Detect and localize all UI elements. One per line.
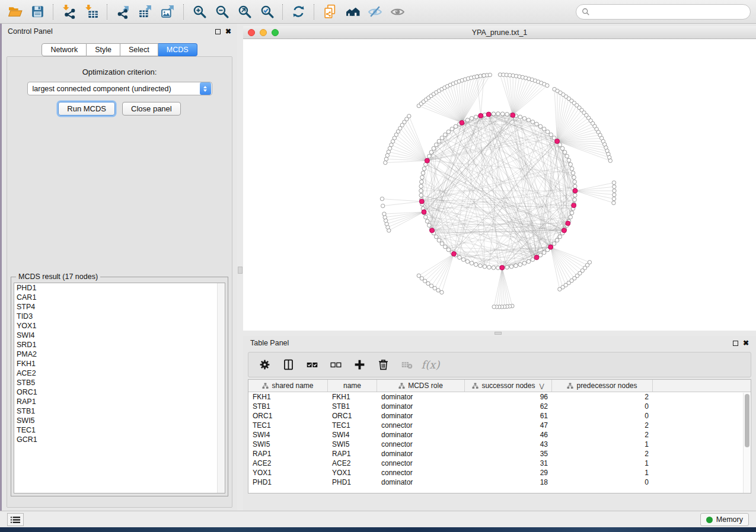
memory-button[interactable]: Memory — [700, 513, 749, 526]
mcds-result-item[interactable]: SWI4 — [14, 331, 225, 340]
mcds-result-item[interactable]: STB5 — [14, 378, 225, 387]
open-file-button[interactable] — [4, 2, 26, 22]
mcds-result-item[interactable]: SRD1 — [14, 340, 225, 350]
tab-network[interactable]: Network — [42, 43, 87, 56]
zoom-in-button[interactable] — [188, 2, 210, 22]
table-row[interactable]: RAP1RAP1dominator352 — [248, 449, 751, 459]
table-row[interactable]: SWI5SWI5connector431 — [248, 440, 751, 449]
mcds-result-item[interactable]: PMA2 — [14, 350, 225, 359]
export-network-button[interactable] — [111, 2, 134, 22]
zoom-fit-button[interactable] — [233, 2, 256, 22]
mcds-result-item[interactable]: ACE2 — [14, 368, 225, 378]
mcds-node[interactable] — [486, 112, 491, 117]
close-panel-icon[interactable]: ✖ — [225, 29, 231, 34]
mcds-node[interactable] — [555, 139, 560, 143]
mcds-node[interactable] — [566, 221, 570, 226]
mcds-node[interactable] — [422, 210, 426, 214]
table-cell: 2 — [552, 450, 653, 458]
save-session-button[interactable] — [26, 2, 49, 22]
save-floppy-icon — [30, 4, 45, 19]
mcds-node[interactable] — [534, 255, 539, 260]
criterion-dropdown[interactable]: largest connected component (undirected) — [27, 82, 212, 95]
vertical-splitter[interactable] — [237, 24, 243, 511]
network-view-canvas[interactable] — [243, 39, 756, 331]
zoom-selected-button[interactable] — [256, 2, 278, 22]
scrollbar-thumb[interactable] — [745, 394, 749, 447]
column-header-mcds-role[interactable]: MCDS role — [377, 380, 465, 392]
column-header-predecessor-nodes[interactable]: predecessor nodes — [552, 380, 653, 392]
mcds-result-item[interactable]: STB1 — [14, 406, 225, 416]
mcds-node[interactable] — [430, 228, 435, 233]
mcds-node[interactable] — [451, 251, 456, 256]
mcds-result-item[interactable]: TEC1 — [14, 425, 225, 435]
horizontal-splitter[interactable] — [243, 331, 756, 336]
table-row[interactable]: ACE2ACE2connector311 — [248, 459, 751, 468]
tab-mcds[interactable]: MCDS — [158, 43, 197, 56]
tab-select[interactable]: Select — [120, 43, 158, 56]
export-table-button[interactable] — [134, 2, 157, 22]
delete-table-button[interactable] — [398, 355, 416, 374]
mcds-node[interactable] — [511, 113, 515, 117]
mcds-result-item[interactable]: ORC1 — [14, 387, 225, 397]
select-all-button[interactable] — [303, 355, 321, 374]
zoom-out-button[interactable] — [210, 2, 233, 22]
table-row[interactable]: STB1STB1dominator620 — [248, 402, 751, 411]
mcds-result-item[interactable]: RAP1 — [14, 397, 225, 406]
mcds-node[interactable] — [419, 199, 424, 204]
mcds-node[interactable] — [479, 113, 483, 118]
first-neighbors-button[interactable] — [341, 2, 363, 22]
table-row[interactable]: SWI4SWI4dominator462 — [248, 430, 751, 440]
hide-selected-button[interactable] — [363, 2, 386, 22]
mcds-result-item[interactable]: PHD1 — [14, 283, 225, 293]
mcds-node[interactable] — [500, 265, 505, 270]
table-row[interactable]: ORC1ORC1dominator610 — [248, 411, 751, 421]
mcds-node[interactable] — [562, 228, 566, 233]
table-cell: ORC1 — [248, 412, 328, 420]
table-row[interactable]: YOX1YOX1connector291 — [248, 468, 751, 477]
column-header-successor-nodes[interactable]: successor nodes ⋁ — [465, 380, 552, 392]
float-panel-icon[interactable] — [733, 341, 738, 346]
mcds-node[interactable] — [572, 203, 576, 208]
mcds-result-item[interactable]: YOX1 — [14, 321, 225, 331]
import-network-button[interactable] — [58, 2, 80, 22]
show-all-button[interactable] — [386, 2, 409, 22]
splitter-grip[interactable] — [238, 267, 243, 274]
task-history-button[interactable] — [7, 513, 24, 526]
mcds-result-item[interactable]: TID3 — [14, 312, 225, 321]
clone-network-button[interactable] — [318, 2, 341, 22]
table-scrollbar[interactable] — [743, 393, 750, 493]
function-builder-button[interactable]: f(x) — [422, 355, 439, 374]
run-mcds-button[interactable]: Run MCDS — [58, 102, 115, 116]
mcds-result-item[interactable]: GCR1 — [14, 435, 225, 444]
search-input[interactable] — [593, 6, 750, 18]
column-header-name[interactable]: name — [328, 380, 377, 392]
mcds-result-item[interactable]: STP4 — [14, 302, 225, 312]
add-column-button[interactable] — [350, 355, 368, 374]
column-header-shared-name[interactable]: shared name — [248, 380, 328, 392]
deselect-all-button[interactable] — [327, 355, 344, 374]
show-columns-button[interactable] — [279, 355, 297, 374]
table-row[interactable]: PHD1PHD1dominator180 — [248, 477, 751, 487]
mcds-node[interactable] — [548, 245, 553, 249]
splitter-grip[interactable] — [495, 332, 502, 335]
close-panel-button[interactable]: Close panel — [122, 102, 181, 116]
table-settings-button[interactable] — [256, 355, 273, 374]
table-row[interactable]: TEC1TEC1connector472 — [248, 421, 751, 430]
close-panel-icon[interactable]: ✖ — [743, 341, 749, 346]
table-row[interactable]: FKH1FKH1dominator962 — [248, 392, 751, 402]
mcds-result-item[interactable]: CAR1 — [14, 293, 225, 302]
search-field[interactable] — [576, 4, 751, 20]
refresh-view-button[interactable] — [287, 2, 310, 22]
tab-style[interactable]: Style — [87, 43, 120, 56]
mcds-list-scrollbar[interactable] — [217, 283, 225, 493]
mcds-result-list[interactable]: PHD1CAR1STP4TID3YOX1SWI4SRD1PMA2FKH1ACE2… — [14, 283, 225, 493]
import-table-button[interactable] — [80, 2, 103, 22]
mcds-result-item[interactable]: FKH1 — [14, 359, 225, 368]
mcds-node[interactable] — [425, 158, 429, 163]
mcds-result-item[interactable]: SWI5 — [14, 416, 225, 425]
delete-column-button[interactable] — [374, 355, 392, 374]
mcds-node[interactable] — [573, 188, 578, 193]
export-image-button[interactable] — [157, 2, 179, 22]
float-panel-icon[interactable] — [215, 29, 221, 34]
mcds-node[interactable] — [460, 120, 464, 125]
